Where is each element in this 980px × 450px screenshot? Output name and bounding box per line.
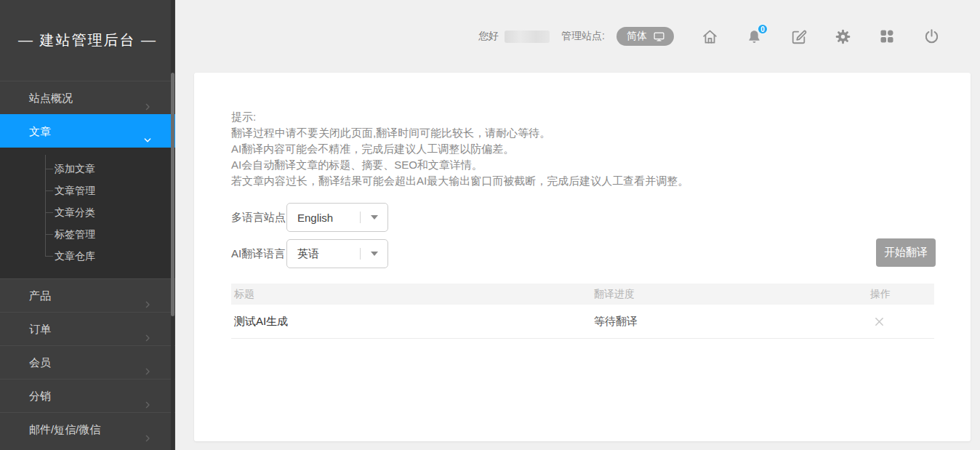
submenu-item-label: 文章管理	[55, 185, 95, 196]
sidebar-scrollbar-thumb[interactable]	[171, 73, 174, 316]
compose-button[interactable]	[789, 27, 808, 46]
chevron-right-icon	[142, 92, 153, 104]
sidebar-item-label: 分销	[29, 390, 51, 402]
submenu-item-label: 添加文章	[55, 163, 95, 174]
sidebar-nav: 站点概况 文章 添加文章 文章管理 文章分类 标签管理 文章仓库 产品 订单	[0, 81, 175, 446]
gear-icon	[834, 28, 852, 46]
chevron-right-icon	[142, 290, 153, 302]
submenu-item-article-categories[interactable]: 文章分类	[0, 201, 175, 223]
sidebar-item-email-sms-wechat[interactable]: 邮件/短信/微信	[0, 412, 175, 446]
close-icon	[873, 316, 885, 328]
chevron-right-icon	[142, 324, 153, 335]
username-redacted	[505, 31, 550, 43]
sidebar-item-label: 会员	[29, 356, 51, 369]
translation-table: 标题 翻译进度 操作 测试AI生成 等待翻译	[231, 284, 934, 339]
submenu-item-add-article[interactable]: 添加文章	[0, 158, 175, 180]
submenu-item-label: 文章分类	[55, 206, 95, 218]
app-title: — 建站管理后台 —	[0, 0, 175, 81]
monitor-icon	[653, 31, 665, 43]
submenu-item-label: 标签管理	[55, 228, 95, 240]
ai-language-row: AI翻译语言 英语	[231, 239, 388, 268]
submenu-item-label: 文章仓库	[55, 250, 95, 262]
content-card: 提示: 翻译过程中请不要关闭此页面,翻译时间可能比较长，请耐心等待。 AI翻译内…	[194, 73, 971, 441]
ai-language-select[interactable]: 英语	[286, 239, 388, 268]
tips-title: 提示:	[231, 109, 688, 125]
submenu-item-tag-management[interactable]: 标签管理	[0, 223, 175, 245]
grid-icon	[878, 28, 896, 45]
settings-button[interactable]	[833, 27, 852, 46]
row-title: 测试AI生成	[231, 315, 594, 329]
start-translation-button[interactable]: 开始翻译	[876, 238, 936, 267]
apps-grid-button[interactable]	[877, 27, 896, 46]
site-language-label: 简体	[627, 30, 647, 43]
topbar: 您好 管理站点: 简体 0	[175, 0, 980, 73]
ai-language-value: 英语	[287, 247, 360, 261]
sidebar-item-products[interactable]: 产品	[0, 278, 175, 312]
sidebar-item-label: 产品	[29, 289, 51, 302]
multilang-site-value: English	[287, 212, 360, 224]
logout-button[interactable]	[922, 27, 941, 46]
edit-icon	[790, 28, 808, 46]
header-actions: 操作	[870, 288, 934, 301]
chevron-right-icon	[142, 357, 153, 369]
submenu-item-article-management[interactable]: 文章管理	[0, 180, 175, 201]
header-title: 标题	[231, 288, 594, 301]
sidebar-item-orders[interactable]: 订单	[0, 312, 175, 345]
chevron-down-icon	[142, 126, 153, 137]
chevron-right-icon	[142, 390, 153, 402]
tip-line: AI翻译内容可能会不精准，完成后建议人工调整以防偏差。	[231, 141, 688, 157]
home-icon	[701, 28, 719, 46]
sidebar-item-articles[interactable]: 文章	[0, 114, 175, 148]
header-progress: 翻译进度	[594, 288, 870, 301]
tip-line: 翻译过程中请不要关闭此页面,翻译时间可能比较长，请耐心等待。	[231, 125, 688, 141]
chevron-right-icon	[142, 424, 153, 435]
home-button[interactable]	[700, 27, 719, 46]
power-icon	[923, 28, 941, 46]
table-row: 测试AI生成 等待翻译	[231, 305, 934, 339]
site-language-button[interactable]: 简体	[616, 27, 674, 46]
sidebar-item-label: 站点概况	[29, 92, 73, 104]
notification-badge: 0	[757, 23, 768, 35]
tip-line: AI会自动翻译文章的标题、摘要、SEO和文章详情。	[231, 157, 688, 173]
sidebar-item-label: 文章	[29, 125, 51, 137]
multilang-site-select[interactable]: English	[286, 203, 388, 232]
multilang-site-row: 多语言站点 English	[231, 203, 388, 232]
multilang-site-label: 多语言站点	[231, 211, 286, 225]
articles-submenu: 添加文章 文章管理 文章分类 标签管理 文章仓库	[0, 148, 175, 278]
greeting-text: 您好	[478, 30, 499, 43]
sidebar-item-distribution[interactable]: 分销	[0, 379, 175, 412]
dropdown-caret-icon	[371, 215, 378, 220]
sidebar-item-label: 订单	[29, 323, 51, 335]
dropdown-caret-icon	[371, 252, 378, 256]
notifications-button[interactable]: 0	[744, 27, 763, 46]
sidebar-item-site-overview[interactable]: 站点概况	[0, 81, 175, 114]
tips-block: 提示: 翻译过程中请不要关闭此页面,翻译时间可能比较长，请耐心等待。 AI翻译内…	[231, 109, 688, 189]
ai-language-label: AI翻译语言	[231, 247, 286, 261]
sidebar-item-members[interactable]: 会员	[0, 345, 175, 379]
manage-site-label: 管理站点:	[561, 30, 605, 43]
table-header-row: 标题 翻译进度 操作	[231, 284, 934, 305]
remove-row-button[interactable]	[872, 314, 886, 329]
sidebar: — 建站管理后台 — 站点概况 文章 添加文章 文章管理 文章分类 标签管理 文…	[0, 0, 175, 450]
tip-line: 若文章内容过长，翻译结果可能会超出AI最大输出窗口而被截断，完成后建议人工查看并…	[231, 173, 688, 189]
sidebar-item-label: 邮件/短信/微信	[29, 423, 100, 435]
submenu-item-article-repository[interactable]: 文章仓库	[0, 245, 175, 267]
row-progress: 等待翻译	[594, 315, 870, 329]
